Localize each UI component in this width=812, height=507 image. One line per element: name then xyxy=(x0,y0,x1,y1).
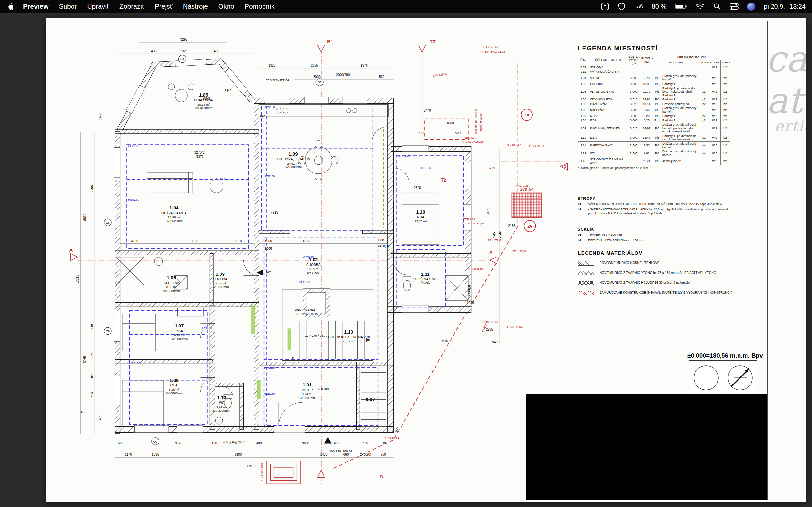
cell-floor: Dlažba gres, alt. prírodný kameň xyxy=(661,150,699,157)
dim-label: 5370 xyxy=(196,155,204,158)
dim-label: 1425 xyxy=(260,114,267,118)
section-flag-b-bottom xyxy=(317,470,325,477)
cell-area: 3,56 xyxy=(640,106,653,114)
menu-nastroje[interactable]: Nástroje xyxy=(178,3,213,10)
cell-cm: 1.09 xyxy=(578,122,589,134)
menu-zobrazit[interactable]: Zobraziť xyxy=(114,3,150,10)
cell-floor-code: Pi3 xyxy=(653,82,661,86)
walls xyxy=(115,62,471,434)
document-page: ca ate erties xyxy=(46,18,806,502)
upload-icon[interactable] xyxy=(601,2,609,11)
room-legend-row: 1.08IZBA3.0008,20PL1Parkety 1p2Wi2b2 xyxy=(578,118,730,123)
menu-okno[interactable]: Okno xyxy=(213,3,240,10)
cell-floor-code xyxy=(653,65,661,70)
cell-purpose: VSTUP DO BYTU xyxy=(589,86,627,98)
beam-label: HEB160 xyxy=(128,198,139,202)
room-label-height: SV 3520mm xyxy=(166,219,183,223)
red-annotation: TERASA xyxy=(463,136,476,139)
dim-label: 3680 xyxy=(302,442,309,445)
dim-label: 3295 xyxy=(181,38,188,41)
dim-label: 2320 xyxy=(181,49,188,53)
siri-icon[interactable] xyxy=(747,3,755,11)
dim-label: 530 xyxy=(379,75,385,78)
elevation-annotation: DNO PRIEHLB. xyxy=(295,308,316,312)
dim-label: 480 xyxy=(214,49,219,53)
room-label-height: SV 3000mm xyxy=(211,285,229,289)
shield-icon[interactable] xyxy=(618,2,625,11)
axis-bubble-label: O6 xyxy=(106,221,109,224)
red-annotation: ▽-0,020=180,54 xyxy=(462,222,485,225)
detail-marker-label: Z6 xyxy=(527,224,532,229)
cell-floor: Dlažba gres, alt. prírodný kameň xyxy=(661,142,699,150)
red-annotation: A xyxy=(490,250,493,255)
cell-cm: 1.11 xyxy=(578,142,589,150)
cell-steny: Wi3 xyxy=(709,150,720,157)
cell-height: 3.000 xyxy=(627,114,640,118)
cell-cm: 1.01 xyxy=(578,74,589,82)
cell-sokel: p2 xyxy=(699,118,709,123)
beam-label: HEB160 xyxy=(264,392,275,395)
cell-cm: 0.07 xyxy=(578,65,589,70)
cell-area xyxy=(640,70,653,74)
red-annotation: T2' xyxy=(430,39,436,44)
room-label-name: VSTUP xyxy=(301,388,313,392)
soklik-code: p2 xyxy=(578,238,585,242)
menu-clock[interactable]: pi 20.9. 13:24 xyxy=(764,3,806,10)
col-header-cm: Č.M. xyxy=(578,55,589,65)
stropy-block: STROPY b1 VÁPENNOCEMENTOVÁ OMIETKA, TENK… xyxy=(578,196,732,217)
menu-pomocnik[interactable]: Pomocník xyxy=(240,3,280,10)
room-label-area: 8,20 m² xyxy=(169,388,180,391)
wifi-icon[interactable] xyxy=(696,3,705,10)
dim-label: 2400(0) xyxy=(467,285,471,296)
menu-upravit[interactable]: Upraviť xyxy=(82,3,114,10)
cell-floor-code: Pi3 xyxy=(653,98,661,102)
spotlight-icon[interactable] xyxy=(713,3,721,10)
cell-area: 1,61 xyxy=(640,150,653,157)
section-flag-b-top xyxy=(317,45,325,52)
orientation-symbols xyxy=(689,360,757,395)
cell-area: 24,91 xyxy=(640,122,653,134)
red-annotation: ▽-3,048=177,518 xyxy=(481,50,505,53)
cell-area: 24,98 xyxy=(640,98,653,102)
cell-height: 3.000 xyxy=(627,74,640,82)
room-label-id: 1.10 xyxy=(416,210,425,215)
cell-floor-code: Pi3 xyxy=(653,102,661,106)
room-legend-row: 1.03VSTUP DO BYTU3.00011,72Pi3Parkety 1,… xyxy=(578,86,730,98)
dim-label: 7540 xyxy=(498,231,502,239)
cell-height: 3.000 xyxy=(627,86,640,98)
radar-icon[interactable] xyxy=(634,2,643,11)
cell-steny: Wi2 xyxy=(709,74,720,82)
cell-sokel: p1 xyxy=(699,86,709,98)
dim-label: 1950 xyxy=(467,301,474,305)
room-legend-body: 0.07SCHODYWi1b20.11VÝŤAHOVÁ ŠACHTA1.01VS… xyxy=(578,65,730,165)
room-label-id: 1.03 xyxy=(216,272,225,277)
beam-label: HEB160 xyxy=(216,177,227,180)
material-label: PÔVODNÉ MURIVO NOSNÉ - TEHLOVÉ xyxy=(600,261,660,265)
red-annotation: PT=180,64 xyxy=(507,325,522,329)
menu-subor[interactable]: Súbor xyxy=(54,3,82,10)
menu-time: 13:24 xyxy=(790,3,806,10)
control-center-icon[interactable] xyxy=(729,3,739,10)
dim-label: 1910 xyxy=(235,239,242,243)
cell-steny: Wi3 xyxy=(709,106,720,114)
cell-floor: Jestvujúce d2 xyxy=(661,157,699,165)
cell-purpose: IZBA xyxy=(589,134,627,142)
dim-label: 2980 xyxy=(418,131,425,135)
beam-label: UPN160 xyxy=(128,144,139,148)
cell-strop: b2 xyxy=(720,142,730,150)
cell-purpose: PRACOVŇA xyxy=(589,102,627,106)
red-annotation: PT=180,47 xyxy=(506,143,521,147)
room-label-name: SCHODISKO Z 1.NP NA 2.NP xyxy=(326,335,371,339)
stropy-text: VÁPENNOCEMENTOVÁ OMIETKA, TENKOVRSTVOVÁ … xyxy=(588,202,722,206)
dim-label: 3455 xyxy=(492,341,499,344)
cell-strop: b2 xyxy=(720,74,730,82)
room-label-id: 1.07 xyxy=(174,323,184,328)
battery-icon[interactable] xyxy=(675,3,687,10)
cell-floor-code: Pi3 xyxy=(653,150,661,157)
menu-prejst[interactable]: Prejsť xyxy=(150,3,178,10)
room-label-height: SV 3000mm xyxy=(166,391,183,395)
room-label-height: SV 3300mm xyxy=(285,165,302,169)
dim-label: 2440 xyxy=(224,89,232,93)
apple-menu[interactable] xyxy=(8,3,13,10)
app-menu-preview[interactable]: Preview xyxy=(18,3,54,10)
